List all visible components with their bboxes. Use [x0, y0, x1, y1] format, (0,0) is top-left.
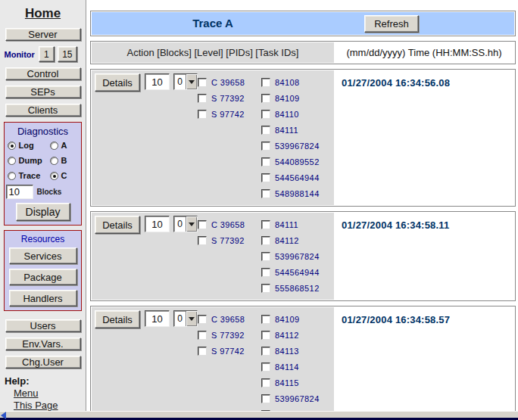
- checkbox-icon[interactable]: [198, 78, 207, 87]
- pid-checkbox-row[interactable]: C 39658: [198, 74, 261, 90]
- task-id-checkbox-row[interactable]: 84112: [261, 232, 334, 248]
- checkbox-icon[interactable]: [261, 347, 270, 356]
- checkbox-icon[interactable]: [198, 331, 207, 340]
- help-link-this-page[interactable]: This Page: [14, 400, 58, 411]
- entry-blocks-input[interactable]: [145, 216, 170, 232]
- radio-icon[interactable]: [8, 172, 16, 180]
- task-id-checkbox-row[interactable]: 548988144: [261, 185, 334, 201]
- task-id-checkbox-row[interactable]: 84109: [261, 311, 334, 327]
- checkbox-icon[interactable]: [261, 157, 270, 166]
- pid-checkbox-row[interactable]: S 77392: [198, 327, 261, 343]
- task-id-checkbox-row[interactable]: 555868512: [261, 280, 334, 296]
- checkbox-icon[interactable]: [198, 220, 207, 229]
- monitor-15-button[interactable]: 15: [58, 46, 77, 62]
- task-id-checkbox-row[interactable]: 544564944: [261, 264, 334, 280]
- checkbox-icon[interactable]: [261, 394, 270, 403]
- checkbox-icon[interactable]: [261, 315, 270, 324]
- services-button[interactable]: Services: [9, 247, 77, 264]
- checkbox-icon[interactable]: [261, 331, 270, 340]
- display-button[interactable]: Display: [16, 203, 70, 221]
- radio-c[interactable]: C: [50, 171, 79, 180]
- details-button[interactable]: Details: [95, 310, 140, 328]
- pid-checkbox-row[interactable]: C 39658: [198, 311, 261, 327]
- users-button[interactable]: Users: [5, 319, 81, 332]
- task-id-checkbox-row[interactable]: 539967824: [261, 248, 334, 264]
- task-id-checkbox-row[interactable]: 544089552: [261, 154, 334, 170]
- monitor-1-button[interactable]: 1: [39, 46, 55, 62]
- level-dropdown[interactable]: 0: [173, 216, 198, 232]
- level-dropdown[interactable]: 0: [173, 310, 198, 327]
- chevron-down-icon[interactable]: [186, 74, 197, 89]
- package-button[interactable]: Package: [9, 269, 77, 285]
- checkbox-icon[interactable]: [198, 236, 207, 245]
- checkbox-icon[interactable]: [261, 142, 270, 151]
- task-id-checkbox-row[interactable]: 544564944: [261, 170, 334, 185]
- checkbox-icon[interactable]: [261, 94, 270, 103]
- checkbox-icon[interactable]: [261, 220, 270, 229]
- checkbox-icon[interactable]: [261, 378, 270, 387]
- chg-user-button[interactable]: Chg.User: [5, 356, 81, 369]
- checkbox-icon[interactable]: [261, 284, 270, 293]
- scroll-arrow-icon[interactable]: [1, 412, 6, 419]
- chevron-down-icon[interactable]: [186, 216, 197, 232]
- checkbox-icon[interactable]: [198, 347, 207, 356]
- horizontal-scrollbar[interactable]: [0, 411, 518, 418]
- radio-icon[interactable]: [50, 142, 58, 150]
- checkbox-icon[interactable]: [261, 78, 270, 87]
- details-button[interactable]: Details: [95, 73, 140, 92]
- chevron-down-icon[interactable]: [186, 311, 197, 326]
- task-id-checkbox-row[interactable]: 84109: [261, 90, 334, 106]
- refresh-button[interactable]: Refresh: [364, 15, 419, 33]
- entry-blocks-input[interactable]: [145, 310, 170, 327]
- radio-a[interactable]: A: [50, 141, 79, 150]
- radio-icon[interactable]: [8, 142, 16, 150]
- task-id-checkbox-row[interactable]: 84112: [261, 327, 334, 343]
- radio-dump[interactable]: Dump: [8, 156, 50, 165]
- radio-trace[interactable]: Trace: [8, 171, 50, 180]
- pid-checkbox-row[interactable]: S 97742: [198, 343, 261, 359]
- home-link[interactable]: Home: [25, 6, 61, 21]
- task-id-checkbox-row[interactable]: 84111: [261, 216, 334, 232]
- pid-checkbox-row[interactable]: S 97742: [198, 106, 261, 122]
- task-id-checkbox-row[interactable]: 539967824: [261, 390, 334, 406]
- pid-label: S 97742: [211, 110, 245, 119]
- help-link-menu[interactable]: Menu: [14, 387, 58, 399]
- checkbox-icon[interactable]: [198, 110, 207, 119]
- seps-button[interactable]: SEPs: [5, 86, 81, 98]
- checkbox-icon[interactable]: [261, 173, 270, 182]
- pid-checkbox-row[interactable]: S 77392: [198, 90, 261, 106]
- server-button[interactable]: Server: [5, 28, 81, 41]
- radio-b[interactable]: B: [50, 156, 79, 165]
- checkbox-icon[interactable]: [261, 268, 270, 277]
- radio-icon[interactable]: [8, 157, 16, 165]
- env-vars-button[interactable]: Env.Vars.: [5, 338, 81, 350]
- checkbox-icon[interactable]: [261, 236, 270, 245]
- blocks-input[interactable]: [6, 185, 33, 199]
- task-id-checkbox-row[interactable]: 84110: [261, 106, 334, 122]
- task-id-checkbox-row[interactable]: 84115: [261, 375, 334, 390]
- entry-blocks-input[interactable]: [145, 73, 170, 90]
- checkbox-icon[interactable]: [261, 252, 270, 261]
- radio-log[interactable]: Log: [8, 141, 50, 150]
- task-id-checkbox-row[interactable]: 84114: [261, 359, 334, 375]
- task-id-checkbox-row[interactable]: 539967824: [261, 138, 334, 154]
- control-button[interactable]: Control: [5, 67, 81, 80]
- task-id-checkbox-row[interactable]: 84113: [261, 343, 334, 359]
- details-button[interactable]: Details: [95, 216, 140, 234]
- task-id-checkbox-row[interactable]: 84108: [261, 74, 334, 90]
- checkbox-icon[interactable]: [261, 362, 270, 372]
- checkbox-icon[interactable]: [261, 110, 270, 119]
- pid-checkbox-row[interactable]: S 77392: [198, 232, 261, 248]
- clients-button[interactable]: Clients: [5, 104, 81, 117]
- task-id-checkbox-row[interactable]: 84111: [261, 122, 334, 138]
- radio-icon[interactable]: [50, 172, 58, 180]
- pid-checkbox-row[interactable]: C 39658: [198, 216, 261, 232]
- checkbox-icon[interactable]: [198, 315, 207, 324]
- radio-icon[interactable]: [50, 157, 58, 165]
- level-dropdown[interactable]: 0: [173, 73, 198, 90]
- handlers-button[interactable]: Handlers: [9, 290, 77, 306]
- checkbox-icon[interactable]: [261, 126, 270, 135]
- pid-checkbox-column: C 39658S 77392S 97742: [198, 310, 261, 359]
- checkbox-icon[interactable]: [198, 94, 207, 103]
- checkbox-icon[interactable]: [261, 189, 270, 198]
